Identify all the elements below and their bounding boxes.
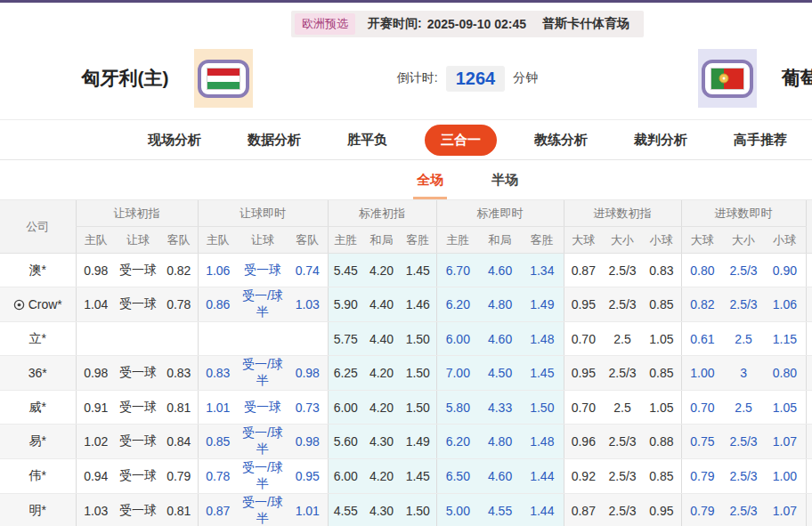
odds-cell[interactable]: 2.5/3 [723,425,764,459]
odds-cell[interactable]: 2.5/3 [603,254,642,287]
odds-cell[interactable]: 2.5 [723,322,764,356]
odds-cell[interactable]: 0.82 [681,287,723,322]
odds-cell[interactable]: 0.90 [764,254,806,287]
odds-cell[interactable]: 1.04 [76,287,116,322]
odds-cell[interactable]: 0.85 [642,356,681,391]
tab-three-in-one[interactable]: 三合一 [425,125,497,156]
odds-cell[interactable]: 5.80 [436,391,479,425]
odds-cell[interactable]: 受一球 [116,356,160,391]
odds-cell[interactable]: 1.01 [288,494,328,526]
tab-win-draw-loss[interactable]: 胜平负 [338,125,396,155]
odds-cell[interactable]: 1.49 [400,425,436,459]
odds-cell[interactable]: 5.45 [328,254,363,287]
odds-cell[interactable]: 0.98 [76,254,116,287]
odds-cell[interactable]: 受一/球半 [238,425,288,459]
odds-cell[interactable]: 3 [723,356,764,391]
odds-cell[interactable]: 1.50 [400,356,436,391]
odds-cell[interactable]: 4.40 [363,287,400,322]
odds-cell[interactable]: 1.50 [521,391,564,425]
odds-cell[interactable]: 0.95 [564,356,603,391]
odds-cell[interactable]: 4.30 [363,425,400,459]
odds-cell[interactable]: 0.84 [160,425,198,459]
odds-cell[interactable]: 2.5 [723,391,764,425]
bookmaker-cell[interactable]: 威* [0,391,76,425]
odds-cell[interactable]: 6.00 [328,391,363,425]
odds-cell[interactable]: 0.85 [198,425,238,459]
odds-cell[interactable]: 1.44 [521,494,564,526]
odds-cell[interactable]: 0.94 [76,459,116,494]
odds-cell[interactable]: 0.91 [76,391,116,425]
odds-cell[interactable]: 0.75 [681,425,723,459]
odds-cell[interactable]: 0.70 [564,391,603,425]
odds-cell[interactable]: 1.34 [521,254,564,287]
odds-cell[interactable]: 2.5/3 [603,425,642,459]
odds-cell[interactable]: 0.87 [198,494,238,526]
odds-cell[interactable]: 1.49 [521,287,564,322]
odds-cell[interactable]: 0.95 [288,459,328,494]
odds-cell[interactable]: 受一/球半 [238,356,288,391]
odds-cell[interactable]: 4.55 [328,494,363,526]
odds-cell[interactable]: 0.87 [564,494,603,526]
odds-cell[interactable]: 受一/球半 [238,494,288,526]
odds-cell[interactable]: 0.95 [564,287,603,322]
odds-cell[interactable]: 2.5/3 [603,356,642,391]
odds-cell[interactable]: 0.83 [198,356,238,391]
odds-cell[interactable]: 6.00 [436,322,479,356]
odds-cell[interactable]: 0.98 [76,356,116,391]
odds-cell[interactable]: 1.02 [76,425,116,459]
odds-cell[interactable]: 1.48 [521,425,564,459]
odds-cell[interactable]: 0.80 [681,254,723,287]
odds-cell[interactable]: 0.88 [642,425,681,459]
odds-cell[interactable]: 6.70 [436,254,479,287]
odds-cell[interactable]: 4.20 [363,391,400,425]
odds-cell[interactable]: 4.80 [479,425,521,459]
odds-cell[interactable]: 受一球 [238,254,288,287]
odds-cell[interactable]: 1.01 [198,391,238,425]
odds-cell[interactable]: 受一球 [116,459,160,494]
odds-cell[interactable]: 0.98 [288,425,328,459]
odds-cell[interactable]: 0.61 [681,322,723,356]
odds-cell[interactable]: 0.82 [160,254,198,287]
tab-referee-analysis[interactable]: 裁判分析 [625,125,696,155]
odds-cell[interactable]: 1.05 [764,391,806,425]
odds-cell[interactable]: 4.30 [363,494,400,526]
odds-cell[interactable]: 2.5 [603,322,642,356]
odds-cell[interactable]: 1.15 [764,322,806,356]
tab-expert-picks[interactable]: 高手推荐 [725,125,796,155]
odds-cell[interactable]: 4.20 [363,254,400,287]
odds-cell[interactable]: 1.07 [764,494,806,526]
odds-cell[interactable]: 受一球 [116,287,160,322]
odds-cell[interactable]: 0.79 [681,459,723,494]
odds-cell[interactable]: 5.00 [436,494,479,526]
odds-cell[interactable]: 1.06 [198,254,238,287]
odds-cell[interactable]: 4.20 [363,459,400,494]
odds-cell[interactable]: 5.60 [328,425,363,459]
odds-cell[interactable]: 2.5/3 [723,459,764,494]
odds-cell[interactable]: 4.55 [479,494,521,526]
odds-cell[interactable]: 1.05 [642,391,681,425]
odds-cell[interactable]: 0.85 [642,459,681,494]
odds-cell[interactable]: 0.83 [160,356,198,391]
odds-cell[interactable]: 0.92 [564,459,603,494]
odds-cell[interactable]: 2.5/3 [603,287,642,322]
odds-cell[interactable]: 6.25 [328,356,363,391]
odds-cell[interactable]: 受一/球半 [238,287,288,322]
odds-cell[interactable]: 1.05 [642,322,681,356]
tab-live-analysis[interactable]: 现场分析 [139,125,210,155]
odds-cell[interactable]: 0.73 [288,391,328,425]
odds-cell[interactable]: 1.45 [400,254,436,287]
odds-cell[interactable]: 4.60 [479,322,521,356]
odds-cell[interactable]: 5.75 [328,322,363,356]
odds-cell[interactable]: 6.20 [436,425,479,459]
odds-cell[interactable]: 1.50 [400,391,436,425]
odds-cell[interactable]: 1.07 [764,425,806,459]
odds-cell[interactable]: 4.80 [479,287,521,322]
odds-cell[interactable]: 0.98 [288,356,328,391]
odds-cell[interactable]: 1.06 [764,287,806,322]
odds-cell[interactable]: 1.50 [400,322,436,356]
odds-cell[interactable]: 1.45 [521,356,564,391]
odds-cell[interactable]: 1.46 [400,287,436,322]
league-badge[interactable]: 欧洲预选 [295,13,355,35]
odds-cell[interactable]: 6.00 [328,459,363,494]
odds-cell[interactable]: 2.5/3 [603,459,642,494]
